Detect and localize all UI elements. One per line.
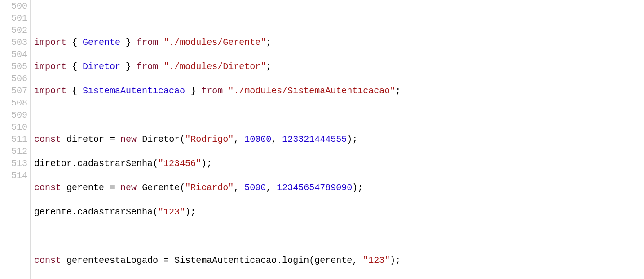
brace: { (72, 61, 77, 72)
number-literal: 10000 (244, 134, 271, 144)
brace: } (126, 37, 131, 48)
semicolon: ; (207, 158, 212, 169)
semicolon: ; (190, 207, 196, 217)
equals: = (110, 134, 115, 144)
string-literal: "./modules/SistemaAutenticacao" (228, 86, 395, 96)
line-number: 509 (0, 109, 27, 121)
semicolon: ; (357, 183, 363, 193)
line-number: 503 (0, 36, 27, 48)
brace: { (72, 86, 77, 96)
keyword-const: const (34, 183, 61, 193)
paren: ) (347, 134, 352, 144)
paren: ( (309, 255, 314, 266)
type-name: SistemaAutenticacao (83, 86, 185, 96)
keyword-const: const (34, 255, 61, 266)
string-literal: "123" (158, 207, 185, 217)
comma: , (234, 183, 239, 193)
string-literal: "./modules/Gerente" (163, 37, 266, 48)
method-name: cadastrarSenha (77, 158, 153, 169)
paren: ) (201, 158, 207, 169)
semicolon: ; (395, 255, 401, 266)
code-line[interactable]: const diretor = new Diretor("Rodrigo", 1… (34, 133, 644, 145)
line-number: 514 (0, 170, 27, 182)
keyword-import: import (34, 86, 66, 96)
identifier: gerente (314, 255, 352, 266)
paren: ( (153, 207, 158, 217)
paren: ( (153, 158, 158, 169)
keyword-import: import (34, 37, 66, 48)
line-number: 508 (0, 97, 27, 109)
keyword-from: from (201, 86, 223, 96)
code-line[interactable]: import { Gerente } from "./modules/Geren… (34, 36, 644, 48)
identifier: gerente (34, 207, 72, 217)
semicolon: ; (266, 61, 271, 72)
line-number: 510 (0, 121, 27, 133)
line-number: 506 (0, 73, 27, 85)
comma: , (352, 255, 357, 266)
code-line[interactable]: const gerente = new Gerente("Ricardo", 5… (34, 182, 644, 194)
semicolon: ; (266, 37, 271, 48)
string-literal: "Rodrigo" (185, 134, 234, 144)
string-literal: "123" (363, 255, 390, 266)
keyword-const: const (34, 134, 61, 144)
keyword-new: new (120, 183, 137, 193)
line-number: 500 (0, 0, 27, 12)
code-line[interactable] (34, 230, 644, 242)
identifier: diretor (34, 158, 72, 169)
string-literal: "./modules/Diretor" (163, 61, 266, 72)
method-name: cadastrarSenha (77, 207, 153, 217)
paren: ) (352, 183, 357, 193)
semicolon: ; (352, 134, 357, 144)
line-number: 512 (0, 145, 27, 157)
code-line[interactable]: const gerenteestaLogado = SistemaAutenti… (34, 254, 644, 266)
identifier: diretor (66, 134, 104, 144)
code-line[interactable] (34, 12, 644, 24)
number-literal: 123321444555 (282, 134, 347, 144)
line-number: 505 (0, 61, 27, 73)
line-number: 501 (0, 12, 27, 24)
brace: } (190, 86, 196, 96)
code-line[interactable]: gerente.cadastrarSenha("123"); (34, 206, 644, 218)
dot: . (72, 207, 77, 217)
paren: ) (185, 207, 190, 217)
keyword-import: import (34, 61, 66, 72)
string-literal: "Ricardo" (185, 183, 234, 193)
comma: , (234, 134, 239, 144)
keyword-from: from (137, 61, 158, 72)
type-name: Diretor (142, 134, 180, 144)
code-text (34, 13, 56, 23)
type-name: Gerente (83, 37, 120, 48)
paren: ( (180, 134, 185, 144)
type-name: Gerente (142, 183, 180, 193)
code-line[interactable]: import { Diretor } from "./modules/Diret… (34, 61, 644, 73)
code-editor[interactable]: 500 501 502 503 504 505 506 507 508 509 … (0, 0, 644, 279)
code-content[interactable]: import { Gerente } from "./modules/Geren… (31, 0, 644, 279)
paren: ( (180, 183, 185, 193)
dot: . (277, 255, 282, 266)
line-number: 507 (0, 85, 27, 97)
line-number-gutter: 500 501 502 503 504 505 506 507 508 509 … (0, 0, 31, 279)
code-line[interactable]: import { SistemaAutenticacao } from "./m… (34, 85, 644, 97)
string-literal: "123456" (158, 158, 201, 169)
identifier: gerenteestaLogado (66, 255, 158, 266)
type-name: SistemaAutenticacao (174, 255, 277, 266)
equals: = (163, 255, 169, 266)
line-number: 513 (0, 157, 27, 170)
number-literal: 12345654789090 (277, 183, 352, 193)
keyword-from: from (137, 37, 158, 48)
semicolon: ; (395, 86, 401, 96)
line-number: 511 (0, 133, 27, 145)
comma: , (271, 134, 277, 144)
equals: = (110, 183, 115, 193)
number-literal: 5000 (244, 183, 266, 193)
code-line[interactable]: diretor.cadastrarSenha("123456"); (34, 157, 644, 170)
identifier: gerente (66, 183, 104, 193)
dot: . (72, 158, 77, 169)
brace: { (72, 37, 77, 48)
brace: } (126, 61, 131, 72)
line-number: 502 (0, 24, 27, 36)
type-name: Diretor (83, 61, 120, 72)
paren: ) (390, 255, 395, 266)
comma: , (266, 183, 271, 193)
code-line[interactable] (34, 109, 644, 121)
